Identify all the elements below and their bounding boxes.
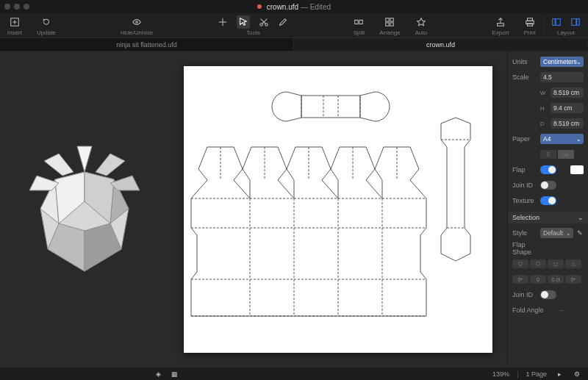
joinid2-label: Join ID — [512, 291, 537, 298]
export-icon[interactable] — [495, 17, 506, 27]
tab-label: ninja sit flattened.ufd — [116, 41, 177, 49]
svg-rect-10 — [386, 18, 389, 21]
move-tool-icon[interactable] — [218, 17, 228, 27]
flap-shape-4-icon[interactable]: △ — [565, 259, 581, 268]
toolbar-label-update: Update — [37, 29, 56, 36]
toolbar-label-arrange: Arrange — [379, 29, 400, 36]
split-icon[interactable] — [354, 17, 364, 27]
pointer-tool-icon[interactable] — [237, 15, 250, 29]
cut-tool-icon[interactable] — [259, 17, 269, 27]
layout-left-icon[interactable] — [551, 17, 562, 27]
joinid-selection-toggle[interactable] — [540, 290, 556, 299]
paper-label: Paper — [512, 135, 537, 143]
texture-label: Texture — [512, 197, 537, 204]
texture-toggle[interactable] — [540, 196, 556, 205]
tab-active[interactable]: crown.ufd — [294, 38, 588, 51]
flap-shape-label: Flap Shape — [512, 241, 537, 256]
insert-icon[interactable] — [10, 17, 20, 27]
layout-right-icon[interactable] — [570, 17, 581, 27]
page-count[interactable]: 1 Page — [526, 370, 547, 378]
toolbar-label-insert: Insert — [7, 29, 22, 36]
close-dot-icon[interactable] — [4, 4, 10, 10]
edit-style-icon[interactable]: ✎ — [576, 228, 584, 238]
fold-angle-value: – — [559, 306, 563, 314]
toolbar-group-auto: Auto — [408, 13, 434, 37]
zoom-level[interactable]: 139% — [492, 370, 509, 378]
svg-rect-14 — [498, 23, 504, 26]
chevron-down-icon: ⌄ — [576, 59, 581, 65]
arrange-icon[interactable] — [384, 17, 395, 27]
joinid-label: Join ID — [512, 182, 537, 189]
scale-label: Scale — [512, 74, 537, 81]
svg-rect-17 — [527, 23, 532, 26]
svg-marker-30 — [44, 154, 74, 176]
scale-input[interactable]: 4.5 — [540, 72, 584, 82]
units-select[interactable]: Centimeters ⌄ — [540, 57, 584, 67]
window-filename: crown.ufd — [267, 3, 298, 11]
print-icon[interactable] — [525, 17, 535, 27]
units-value: Centimeters — [543, 58, 577, 65]
minimize-dot-icon[interactable] — [14, 4, 20, 10]
chevron-down-icon: ⌄ — [576, 136, 581, 143]
orientation-segmented[interactable]: ▯ ▭ — [540, 150, 574, 159]
flap-shape-segmented[interactable]: ⬠ ⬡ ◻ △ — [512, 259, 584, 268]
flap-shape-2-icon[interactable]: ⬡ — [530, 259, 546, 268]
svg-marker-31 — [96, 154, 125, 176]
tab-strip: ninja sit flattened.ufd crown.ufd — [0, 38, 588, 51]
depth-input[interactable]: 8.519 cm — [551, 118, 584, 129]
zoom-dot-icon[interactable] — [24, 4, 29, 10]
view-grid-icon[interactable]: ▦ — [169, 369, 179, 379]
edited-indicator-icon — [257, 4, 262, 9]
viewport-2d[interactable] — [169, 51, 507, 367]
toolbar-label-auto: Auto — [415, 29, 427, 36]
toolbar-group-print: Print — [517, 13, 543, 37]
flap-shape-3-icon[interactable]: ◻ — [548, 259, 564, 268]
toolbar-label-print: Print — [524, 29, 536, 36]
selection-header[interactable]: Selection ⌄ — [508, 212, 588, 223]
joinid-toggle[interactable] — [540, 181, 556, 190]
svg-rect-18 — [553, 18, 556, 25]
svg-point-3 — [136, 21, 138, 23]
toolbar-group-layout: Layout — [544, 13, 588, 37]
toolbar-label-layout: Layout — [557, 29, 575, 36]
angle-values: 0* 0 0.ct 0* — [512, 275, 584, 284]
paper-select[interactable]: A4 ⌄ — [540, 134, 584, 144]
style-select[interactable]: Default⌄ — [540, 228, 573, 238]
tab-inactive[interactable]: ninja sit flattened.ufd — [0, 38, 294, 51]
toolbar-label-export: Export — [492, 29, 509, 36]
toolbar-group-hide: Hide/Unhide — [113, 13, 160, 37]
toolbar-label-tools: Tools — [246, 29, 260, 36]
svg-marker-29 — [77, 146, 92, 172]
height-input[interactable]: 9.4 cm — [551, 103, 584, 113]
pencil-tool-icon[interactable] — [278, 17, 288, 27]
toolbar-group-export: Export — [484, 13, 516, 37]
svg-rect-9 — [359, 20, 362, 24]
toolbar-group-split: Split — [346, 13, 373, 37]
viewport-3d[interactable] — [0, 51, 169, 367]
settings-gear-icon[interactable]: ⚙ — [572, 369, 582, 379]
window-title: crown.ufd — Edited — [257, 3, 331, 11]
flap-shape-1-icon[interactable]: ⬠ — [512, 259, 528, 268]
tab-label: crown.ufd — [426, 41, 455, 49]
svg-rect-34 — [301, 96, 360, 118]
units-label: Units — [512, 58, 537, 65]
crown-3d-model — [18, 135, 151, 284]
landscape-icon[interactable]: ▭ — [558, 150, 574, 159]
inspector-panel: Units Centimeters ⌄ Scale 4.5 W 8.519 cm… — [507, 51, 588, 367]
flap-color-swatch[interactable] — [570, 165, 584, 174]
flap-toggle[interactable] — [540, 165, 556, 174]
svg-rect-8 — [355, 20, 358, 24]
hide-icon[interactable] — [132, 17, 142, 27]
chevron-down-icon: ⌄ — [578, 214, 584, 221]
width-input[interactable]: 8.519 cm — [551, 87, 584, 98]
view-cube-icon[interactable]: ◈ — [153, 369, 163, 379]
svg-rect-12 — [386, 22, 389, 25]
svg-rect-20 — [572, 18, 576, 25]
page-nav-icon[interactable]: ▸ — [554, 369, 564, 379]
auto-icon[interactable] — [416, 17, 426, 27]
toolbar-group-arrange: Arrange — [372, 13, 407, 37]
window-traffic-lights[interactable] — [4, 4, 29, 10]
portrait-icon[interactable]: ▯ — [540, 150, 556, 159]
unfold-page — [184, 66, 492, 353]
update-icon[interactable] — [41, 17, 51, 27]
